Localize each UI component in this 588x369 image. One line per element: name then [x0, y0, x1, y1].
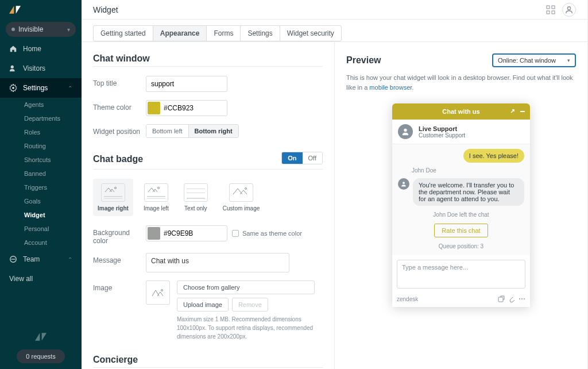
mobile-browser-link[interactable]: mobile browser — [369, 84, 412, 91]
zendesk-icon — [35, 333, 47, 341]
subnav-agents[interactable]: Agents — [24, 98, 82, 112]
style-image-left-label: Image left — [144, 205, 169, 212]
nav-visitors-label: Visitors — [23, 64, 45, 72]
nav-team-label: Team — [23, 255, 40, 263]
chevron-down-icon: ▾ — [67, 26, 70, 33]
svg-rect-4 — [552, 6, 555, 9]
nav-settings[interactable]: Settings ⌃ — [0, 78, 82, 98]
svg-rect-3 — [547, 6, 550, 9]
badge-style-picker: Image right Image left Text only Custom … — [93, 179, 323, 216]
subnav-banned[interactable]: Banned — [24, 167, 82, 180]
tab-getting-started[interactable]: Getting started — [93, 25, 153, 41]
label-top-title: Top title — [93, 76, 146, 87]
input-bg-color[interactable] — [146, 225, 227, 241]
svg-point-12 — [404, 129, 407, 132]
preview-column: Preview Online: Chat window ▾ This is ho… — [335, 42, 587, 369]
chat-input[interactable]: Type a message here... — [397, 260, 525, 289]
upload-image-button[interactable]: Upload image — [177, 298, 229, 312]
subnav-personal[interactable]: Personal — [24, 222, 82, 236]
input-message[interactable]: Chat with us — [146, 253, 289, 272]
input-theme-color[interactable] — [146, 100, 227, 116]
bg-color-text[interactable] — [161, 227, 213, 240]
preview-mode-select[interactable]: Online: Chat window ▾ — [492, 53, 576, 67]
view-all-link[interactable]: View all — [0, 269, 82, 289]
requests-pill[interactable]: 0 requests — [17, 349, 64, 363]
tab-forms[interactable]: Forms — [206, 25, 241, 41]
style-image-right[interactable]: Image right — [93, 179, 133, 216]
choose-gallery-button[interactable]: Choose from gallery — [177, 280, 315, 294]
status-dot-icon — [11, 28, 15, 31]
settings-column: Chat window Top title Theme color Wi — [82, 42, 335, 369]
tab-settings[interactable]: Settings — [240, 25, 280, 41]
subnav-roles[interactable]: Roles — [24, 125, 82, 139]
svg-point-15 — [519, 298, 520, 299]
status-text: Invisible — [18, 25, 64, 33]
main-panel: Widget Getting started Appearance Forms … — [82, 0, 588, 369]
subnav-routing[interactable]: Routing — [24, 139, 82, 153]
chevron-up-icon: ⌃ — [68, 85, 72, 91]
send-icon[interactable] — [498, 295, 505, 302]
style-image-left[interactable]: Image left — [139, 179, 173, 216]
agent-subtitle: Customer Support — [419, 132, 465, 139]
mountain-icon — [104, 186, 121, 193]
image-preview-box — [146, 280, 170, 305]
chevron-up-icon: ⌃ — [68, 256, 72, 263]
same-as-theme-row[interactable]: Same as theme color — [232, 230, 302, 237]
subnav-account[interactable]: Account — [24, 236, 82, 249]
status-selector[interactable]: Invisible ▾ — [6, 22, 76, 37]
subnav-goals[interactable]: Goals — [24, 194, 82, 208]
pos-bottom-right[interactable]: Bottom right — [188, 125, 238, 137]
svg-rect-6 — [552, 11, 555, 14]
toggle-off[interactable]: Off — [303, 152, 322, 164]
nav-team[interactable]: Team ⌃ — [0, 249, 82, 269]
label-widget-position: Widget position — [93, 124, 146, 136]
nav-visitors[interactable]: Visitors — [0, 59, 82, 78]
popout-icon[interactable] — [509, 109, 515, 114]
logo-row — [0, 0, 82, 20]
input-top-title[interactable] — [146, 76, 227, 92]
svg-point-1 — [12, 87, 14, 89]
subnav-widget[interactable]: Widget — [24, 208, 82, 222]
svg-point-9 — [157, 187, 159, 189]
gear-icon — [9, 84, 17, 92]
subnav-triggers[interactable]: Triggers — [24, 180, 82, 194]
chat-badge-toggle: On Off — [281, 152, 323, 164]
style-text-only[interactable]: Text only — [179, 179, 212, 216]
agent-avatar-small-icon — [398, 178, 409, 190]
svg-point-13 — [403, 182, 405, 184]
preview-select-label: Online: Chat window — [498, 57, 556, 64]
user-avatar[interactable] — [562, 3, 576, 17]
attachment-icon[interactable] — [508, 295, 515, 302]
queue-position: Queue position: 3 — [398, 243, 524, 249]
team-icon — [9, 255, 17, 263]
subnav-departments[interactable]: Departments — [24, 112, 82, 125]
toggle-on[interactable]: On — [282, 152, 302, 164]
preview-title: Preview — [346, 55, 381, 66]
zendesk-footer-logo — [0, 329, 82, 346]
theme-color-text[interactable] — [161, 102, 213, 114]
pos-bottom-left[interactable]: Bottom left — [146, 125, 188, 137]
page-title: Widget — [93, 5, 118, 14]
style-custom-image-label: Custom image — [223, 205, 260, 212]
section-chat-badge: Chat badge — [93, 154, 143, 164]
apps-grid-icon[interactable] — [546, 5, 555, 14]
chat-header-title: Chat with us — [442, 108, 479, 115]
minimize-icon[interactable] — [520, 109, 525, 114]
home-icon — [9, 45, 17, 53]
tab-widget-security[interactable]: Widget security — [280, 25, 342, 41]
style-custom-image[interactable]: Custom image — [218, 179, 264, 216]
svg-point-10 — [245, 188, 247, 190]
tab-appearance[interactable]: Appearance — [153, 25, 207, 41]
label-message: Message — [93, 253, 146, 264]
agent-message: You're welcome. I'll transfer you to the… — [413, 178, 524, 206]
svg-point-8 — [114, 187, 116, 189]
svg-point-17 — [524, 298, 525, 299]
user-message: I see. Yes please! — [463, 149, 524, 163]
topbar: Widget — [82, 0, 587, 20]
rate-chat-button[interactable]: Rate this chat — [434, 224, 488, 237]
more-icon[interactable] — [519, 295, 525, 302]
nav-home[interactable]: Home — [0, 39, 82, 59]
subnav-shortcuts[interactable]: Shortcuts — [24, 153, 82, 167]
style-text-only-label: Text only — [184, 205, 207, 212]
svg-point-11 — [161, 290, 163, 291]
